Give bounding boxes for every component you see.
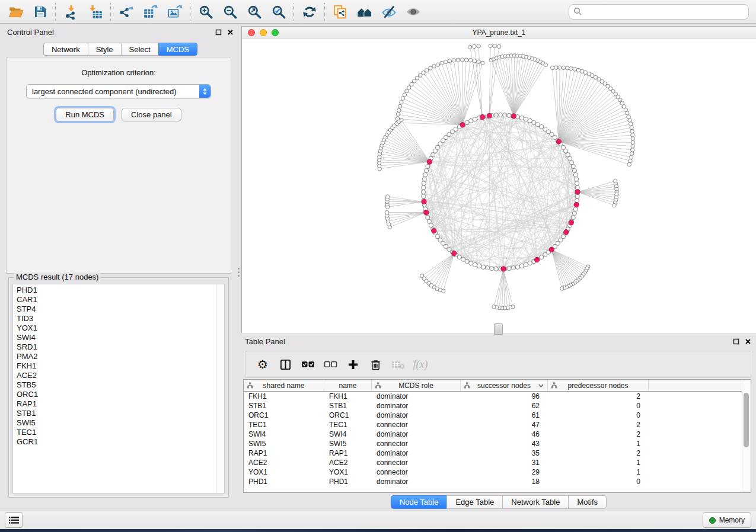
mcds-result-item[interactable]: STB1: [17, 409, 216, 418]
mcds-result-list: PHD1CAR1STP4TID3YOX1SWI4SRD1PMA2FKH1ACE2…: [12, 284, 225, 493]
table-row[interactable]: SWI4SWI4dominator462: [244, 430, 742, 439]
table-row[interactable]: ORC1ORC1dominator610: [244, 411, 742, 420]
hide-selected-button[interactable]: [377, 2, 401, 22]
mcds-result-title: MCDS result (17 nodes): [14, 273, 101, 281]
zoom-in-button[interactable]: [193, 2, 218, 22]
open-file-button[interactable]: [4, 2, 28, 22]
table-row[interactable]: TEC1TEC1connector472: [244, 420, 742, 430]
export-table-button[interactable]: [138, 2, 162, 22]
delete-table-button-disabled[interactable]: [387, 354, 409, 375]
deselect-all-button[interactable]: [319, 354, 342, 375]
table-scrollbar[interactable]: [742, 380, 751, 492]
tab-network-table[interactable]: Network Table: [502, 495, 568, 509]
float-panel-icon[interactable]: [215, 29, 222, 36]
cell-successor-nodes: 96: [461, 392, 548, 400]
mcds-list-scrollbar[interactable]: [216, 284, 224, 493]
close-panel-button[interactable]: Close panel: [122, 108, 181, 121]
import-network-button[interactable]: [59, 2, 83, 22]
cell-predecessor-nodes: 2: [548, 449, 649, 457]
memory-button[interactable]: Memory: [703, 512, 751, 528]
mcds-result-item[interactable]: ORC1: [17, 390, 216, 399]
table-row[interactable]: SWI5SWI5connector431: [244, 439, 742, 448]
first-neighbors-button[interactable]: [352, 2, 377, 22]
table-row[interactable]: FKH1FKH1dominator962: [244, 392, 742, 401]
tab-network[interactable]: Network: [43, 43, 88, 56]
select-all-button[interactable]: [296, 354, 319, 375]
tab-mcds[interactable]: MCDS: [158, 43, 197, 56]
show-panels-button[interactable]: [5, 512, 23, 528]
optimization-criterion-select[interactable]: largest connected component (undirected): [26, 84, 211, 98]
cell-predecessor-nodes: 2: [548, 392, 649, 400]
save-session-button[interactable]: [28, 2, 52, 22]
zoom-fit-button[interactable]: [242, 2, 266, 22]
mcds-result-item[interactable]: TID3: [17, 314, 216, 323]
table-row[interactable]: STB1STB1dominator620: [244, 401, 742, 411]
function-builder-button-disabled[interactable]: f(x): [409, 354, 432, 375]
float-panel-icon[interactable]: [733, 338, 739, 345]
cell-predecessor-nodes: 1: [548, 459, 649, 467]
run-mcds-button[interactable]: Run MCDS: [56, 108, 114, 121]
export-network-button[interactable]: [114, 2, 138, 22]
table-row[interactable]: YOX1YOX1connector291: [244, 467, 742, 477]
delete-column-button[interactable]: [364, 354, 387, 375]
column-header-name[interactable]: name: [324, 380, 372, 391]
zoom-selected-button[interactable]: [266, 2, 291, 22]
zoom-out-button[interactable]: [218, 2, 242, 22]
tab-node-table[interactable]: Node Table: [391, 495, 447, 509]
mcds-result-item[interactable]: PHD1: [17, 286, 216, 295]
mcds-result-item[interactable]: ACE2: [17, 371, 216, 380]
tab-select[interactable]: Select: [121, 43, 158, 56]
table-settings-button[interactable]: ⚙: [251, 354, 274, 375]
vertical-splitter-handle[interactable]: [237, 263, 240, 281]
export-image-button[interactable]: [162, 2, 187, 22]
column-header-MCDS-role[interactable]: MCDS role: [372, 380, 461, 391]
mcds-result-item[interactable]: CAR1: [17, 295, 216, 305]
column-header-predecessor-nodes[interactable]: predecessor nodes: [548, 380, 649, 391]
tab-style[interactable]: Style: [88, 43, 121, 56]
mcds-result-item[interactable]: STP4: [17, 305, 216, 314]
cell-predecessor-nodes: 0: [548, 402, 649, 410]
mcds-result-item[interactable]: GCR1: [17, 437, 216, 447]
mcds-tab-content: Optimization criterion: largest connecte…: [6, 57, 231, 274]
cell-successor-nodes: 31: [461, 459, 548, 467]
network-graph[interactable]: [242, 39, 755, 333]
delete-table-icon: [391, 360, 405, 370]
cell-successor-nodes: 18: [461, 477, 548, 486]
mcds-result-item[interactable]: SWI4: [17, 333, 216, 342]
trash-icon: [371, 359, 381, 370]
search-input[interactable]: [569, 4, 749, 20]
table-row[interactable]: ACE2ACE2connector311: [244, 458, 742, 467]
cell-name: PHD1: [324, 477, 372, 486]
close-panel-icon[interactable]: [227, 29, 234, 36]
select-spinner: [199, 85, 210, 98]
cell-MCDS-role: connector: [372, 459, 461, 467]
mcds-result-item[interactable]: PMA2: [17, 352, 216, 361]
column-header-shared-name[interactable]: shared name: [244, 380, 324, 391]
table-row[interactable]: PHD1PHD1dominator180: [244, 477, 742, 486]
toolbar-separator: [55, 3, 56, 21]
mcds-result-item[interactable]: TEC1: [17, 428, 216, 437]
import-table-button[interactable]: [83, 2, 107, 22]
mcds-result-item[interactable]: STB5: [17, 380, 216, 390]
mcds-result-item[interactable]: YOX1: [17, 323, 216, 333]
refresh-view-button[interactable]: [297, 2, 321, 22]
split-panel-button[interactable]: [274, 354, 296, 375]
show-all-button[interactable]: [401, 2, 425, 22]
horizontal-splitter-handle[interactable]: [494, 323, 503, 335]
tab-motifs[interactable]: Motifs: [568, 495, 607, 509]
mcds-result-item[interactable]: SRD1: [17, 342, 216, 352]
network-canvas[interactable]: [242, 39, 756, 333]
add-column-button[interactable]: [342, 354, 364, 375]
mcds-result-item[interactable]: SWI5: [17, 418, 216, 428]
table-row[interactable]: RAP1RAP1dominator352: [244, 448, 742, 458]
mcds-result-item[interactable]: FKH1: [17, 361, 216, 371]
cell-successor-nodes: 62: [461, 402, 548, 410]
tab-edge-table[interactable]: Edge Table: [446, 495, 502, 509]
table-scrollbar-thumb[interactable]: [744, 393, 749, 447]
close-panel-icon[interactable]: [745, 338, 751, 345]
duplicate-network-button[interactable]: [328, 2, 352, 22]
split-panel-icon: [280, 359, 291, 370]
cell-predecessor-nodes: 0: [548, 477, 649, 486]
mcds-result-item[interactable]: RAP1: [17, 399, 216, 409]
column-header-successor-nodes[interactable]: successor nodes: [461, 380, 548, 391]
